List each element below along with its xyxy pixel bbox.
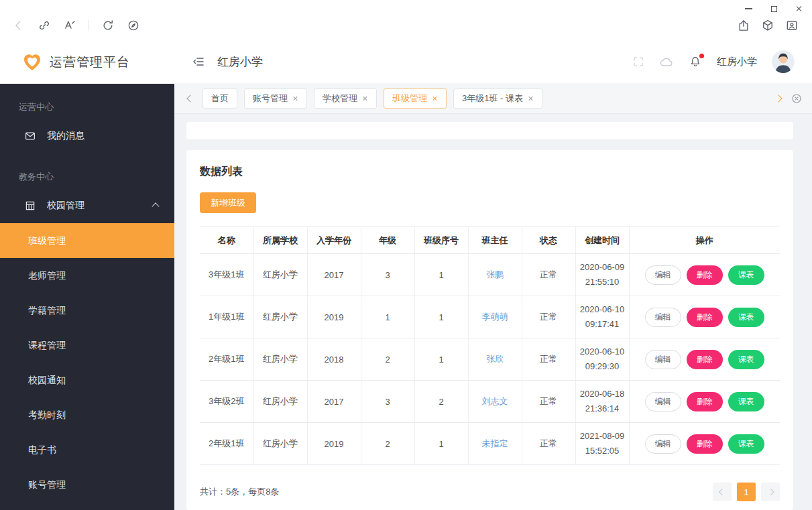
user-name[interactable]: 红房小学 [717, 56, 757, 68]
table-row: 3年级1班 红房小学 2017 3 1 张鹏 正常 2020-06-09 21:… [200, 254, 780, 296]
tab-bar: 首页 账号管理 学校管理 班级管理 3年级1班 - 课表 [174, 83, 812, 114]
sidebar-item-messages[interactable]: 我的消息 [0, 119, 174, 153]
col-name: 名称 [200, 227, 253, 254]
cell-grade: 2 [361, 338, 414, 381]
tabs-scroll-right-icon[interactable] [773, 93, 784, 104]
cell-created: 2020-06-09 21:55:10 [575, 254, 629, 296]
schedule-button[interactable]: 课表 [728, 265, 764, 285]
cloud-icon[interactable] [659, 54, 674, 69]
tab-school-mgmt[interactable]: 学校管理 [314, 88, 377, 109]
cell-grade: 1 [361, 296, 414, 338]
table-header-row: 名称 所属学校 入学年份 年级 班级序号 班主任 状态 创建时间 操作 [200, 227, 780, 254]
close-all-tabs-icon[interactable] [791, 92, 803, 105]
sidebar-item-ebook[interactable]: 电子书 [0, 432, 174, 467]
notification-badge [699, 54, 704, 58]
cell-grade: 3 [361, 381, 414, 423]
share-icon[interactable] [737, 19, 750, 32]
cell-head-teacher-link[interactable]: 张欣 [468, 338, 522, 381]
app-logo-icon [21, 52, 43, 73]
delete-button[interactable]: 删除 [687, 265, 723, 285]
schedule-button[interactable]: 课表 [728, 308, 764, 327]
cell-head-teacher-link[interactable]: 张鹏 [468, 254, 522, 296]
edit-button[interactable]: 编辑 [645, 308, 681, 327]
tab-close-icon[interactable] [528, 96, 534, 101]
add-class-button[interactable]: 新增班级 [200, 192, 256, 213]
cell-created: 2020-06-18 21:36:14 [575, 381, 629, 423]
notifications-bell-icon[interactable] [689, 55, 702, 68]
contact-icon[interactable] [785, 19, 799, 32]
cell-school: 红房小学 [253, 296, 307, 338]
delete-button[interactable]: 删除 [687, 350, 723, 369]
back-icon[interactable] [12, 19, 25, 32]
card-title: 数据列表 [200, 165, 780, 179]
font-icon[interactable] [63, 19, 76, 32]
main-area: 红房小学 红房小学 首页 账号管理 [174, 40, 812, 510]
compass-icon[interactable] [127, 19, 140, 32]
next-page-button[interactable] [761, 483, 780, 501]
maximize-button[interactable] [769, 4, 778, 13]
delete-button[interactable]: 删除 [687, 308, 723, 327]
sidebar-item-campus-mgmt[interactable]: 校园管理 [0, 188, 174, 223]
col-school: 所属学校 [253, 227, 307, 254]
page-title: 红房小学 [217, 54, 263, 70]
edit-button[interactable]: 编辑 [645, 350, 681, 369]
sidebar-item-student-records[interactable]: 学籍管理 [0, 293, 174, 328]
delete-button[interactable]: 删除 [687, 434, 723, 454]
app-header: 红房小学 红房小学 [174, 40, 812, 83]
cell-enroll-year: 2019 [307, 296, 361, 338]
col-grade: 年级 [361, 227, 414, 254]
tab-class-mgmt[interactable]: 班级管理 [384, 88, 447, 109]
sidebar-item-label: 我的消息 [47, 130, 84, 142]
fullscreen-icon[interactable] [632, 56, 644, 68]
prev-page-button[interactable] [713, 483, 732, 501]
box-icon[interactable] [761, 19, 774, 32]
total-count-text: 共计：5条，每页8条 [200, 486, 279, 498]
minimize-button[interactable] [744, 4, 753, 13]
window-titlebar [0, 0, 812, 40]
delete-button[interactable]: 删除 [687, 392, 723, 411]
cell-school: 红房小学 [253, 423, 307, 465]
cell-school: 红房小学 [253, 254, 307, 296]
schedule-button[interactable]: 课表 [728, 392, 764, 411]
tab-class-schedule[interactable]: 3年级1班 - 课表 [453, 88, 542, 109]
schedule-button[interactable]: 课表 [728, 434, 764, 454]
tab-account-mgmt[interactable]: 账号管理 [244, 88, 307, 109]
tab-close-icon[interactable] [293, 96, 298, 101]
sidebar-item-class-mgmt[interactable]: 班级管理 [0, 223, 174, 258]
tabs-scroll-left-icon[interactable] [185, 93, 196, 104]
edit-button[interactable]: 编辑 [645, 265, 681, 285]
avatar[interactable] [772, 50, 795, 73]
cell-head-teacher-link[interactable]: 未指定 [468, 423, 522, 465]
refresh-icon[interactable] [101, 19, 115, 32]
sidebar-item-campus-notice[interactable]: 校园通知 [0, 363, 174, 397]
sidebar-item-attendance[interactable]: 考勤时刻 [0, 397, 174, 432]
cell-name: 2年级1班 [200, 423, 253, 465]
schedule-button[interactable]: 课表 [728, 350, 764, 369]
cell-class-no: 2 [414, 381, 468, 423]
cell-class-no: 1 [414, 423, 468, 465]
content-area: 数据列表 新增班级 名称 所属学校 入学年份 年级 班级序号 班主任 [174, 114, 812, 510]
collapse-sidebar-icon[interactable] [192, 55, 205, 68]
edit-button[interactable]: 编辑 [645, 392, 681, 411]
edit-button[interactable]: 编辑 [645, 434, 681, 454]
sidebar-item-teacher-mgmt[interactable]: 老师管理 [0, 258, 174, 293]
col-actions: 操作 [629, 227, 780, 254]
tab-close-icon[interactable] [363, 96, 368, 101]
col-class-no: 班级序号 [414, 227, 468, 254]
tab-label: 学校管理 [323, 92, 357, 105]
close-button[interactable] [795, 4, 804, 13]
link-icon[interactable] [38, 19, 51, 32]
cell-enroll-year: 2019 [307, 423, 361, 465]
cell-head-teacher-link[interactable]: 刘志文 [468, 381, 522, 423]
tab-close-icon[interactable] [432, 96, 438, 101]
tab-home[interactable]: 首页 [202, 88, 237, 109]
sidebar-item-account-mgmt[interactable]: 账号管理 [0, 467, 174, 502]
pagination: 1 [713, 483, 780, 501]
col-created: 创建时间 [575, 227, 629, 254]
cell-head-teacher-link[interactable]: 李萌萌 [468, 296, 522, 338]
sidebar-section-operations: 运营中心 [0, 84, 174, 119]
page-number-button[interactable]: 1 [737, 483, 756, 501]
sidebar-item-course-mgmt[interactable]: 课程管理 [0, 328, 174, 363]
mail-icon [24, 130, 36, 142]
cell-class-no: 1 [414, 338, 468, 381]
